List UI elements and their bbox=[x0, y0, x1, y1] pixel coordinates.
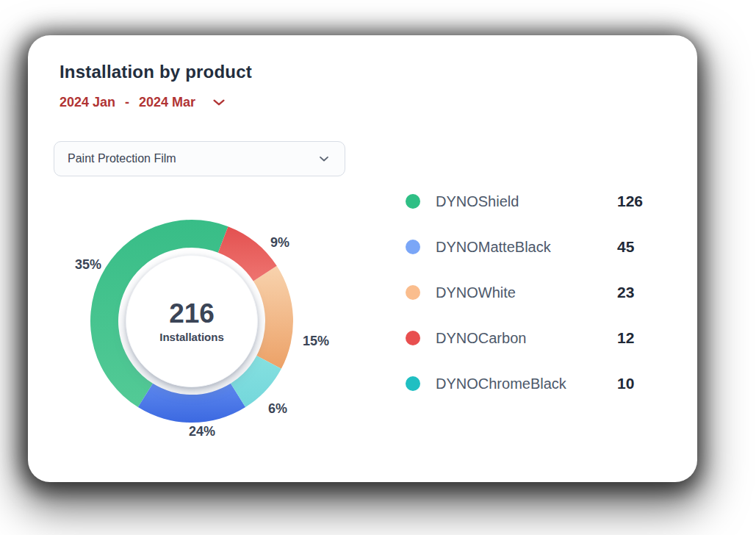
page-title: Installation by product bbox=[60, 62, 252, 82]
date-range-separator: - bbox=[122, 95, 132, 110]
percent-label-dynomatteblack: 24% bbox=[189, 424, 215, 439]
date-range-filter[interactable]: 2024 Jan - 2024 Mar bbox=[60, 94, 227, 110]
percent-label-dynocarbon: 9% bbox=[270, 235, 289, 251]
legend-row: DYNOChromeBlack 10 bbox=[406, 367, 670, 400]
legend-value: 126 bbox=[617, 193, 643, 210]
donut-center: 216 Installations bbox=[126, 255, 258, 387]
legend-label: DYNOMatteBlack bbox=[436, 239, 617, 256]
page-background: Installation by product 2024 Jan - 2024 … bbox=[0, 0, 756, 535]
legend-color-dot bbox=[406, 285, 420, 300]
donut-segment-dynomatteblack[interactable] bbox=[138, 384, 245, 423]
legend-color-dot bbox=[406, 194, 420, 209]
legend-color-dot bbox=[406, 240, 420, 254]
legend-row: DYNOCarbon 12 bbox=[406, 322, 670, 354]
product-select[interactable]: Paint Protection Film bbox=[54, 141, 345, 176]
date-range-start: 2024 Jan bbox=[60, 95, 115, 110]
installation-card: Installation by product 2024 Jan - 2024 … bbox=[28, 35, 697, 482]
date-range-end: 2024 Mar bbox=[139, 95, 195, 110]
total-installations-value: 216 bbox=[169, 299, 215, 329]
legend-label: DYNOChromeBlack bbox=[436, 376, 617, 392]
legend-value: 45 bbox=[617, 238, 634, 256]
chart-legend: DYNOShield 126 DYNOMatteBlack 45 DYNOWhi… bbox=[406, 185, 670, 400]
legend-color-dot bbox=[406, 376, 420, 391]
legend-value: 10 bbox=[617, 375, 634, 392]
percent-label-dynoshield: 35% bbox=[75, 257, 101, 273]
donut-segment-dynowhite[interactable] bbox=[253, 266, 293, 369]
legend-value: 23 bbox=[617, 284, 634, 301]
legend-value: 12 bbox=[617, 329, 634, 347]
percent-label-dynowhite: 15% bbox=[303, 334, 329, 349]
total-installations-label: Installations bbox=[159, 331, 224, 343]
legend-row: DYNOWhite 23 bbox=[406, 276, 670, 309]
product-select-value: Paint Protection Film bbox=[68, 152, 317, 165]
chevron-down-icon bbox=[317, 151, 331, 166]
legend-row: DYNOMatteBlack 45 bbox=[406, 231, 670, 263]
legend-label: DYNOShield bbox=[436, 193, 617, 210]
legend-row: DYNOShield 126 bbox=[406, 185, 670, 218]
percent-label-dynochromeblack: 6% bbox=[268, 401, 287, 417]
legend-color-dot bbox=[406, 331, 420, 345]
legend-label: DYNOWhite bbox=[436, 284, 617, 301]
chevron-down-icon bbox=[211, 94, 227, 110]
legend-label: DYNOCarbon bbox=[436, 330, 617, 347]
